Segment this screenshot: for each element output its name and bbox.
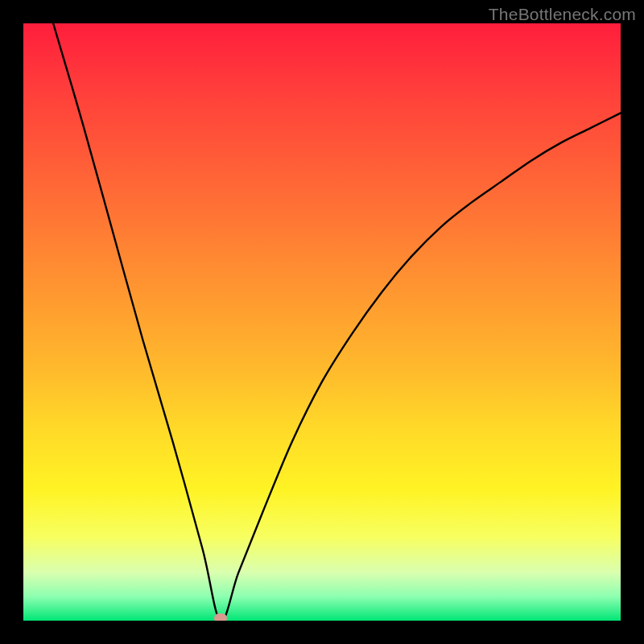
curve-svg [23,23,621,621]
plot-area [23,23,621,621]
bottleneck-curve [53,23,621,621]
watermark-text: TheBottleneck.com [489,5,636,24]
chart-frame: TheBottleneck.com [0,0,644,644]
minimum-marker [214,613,227,621]
